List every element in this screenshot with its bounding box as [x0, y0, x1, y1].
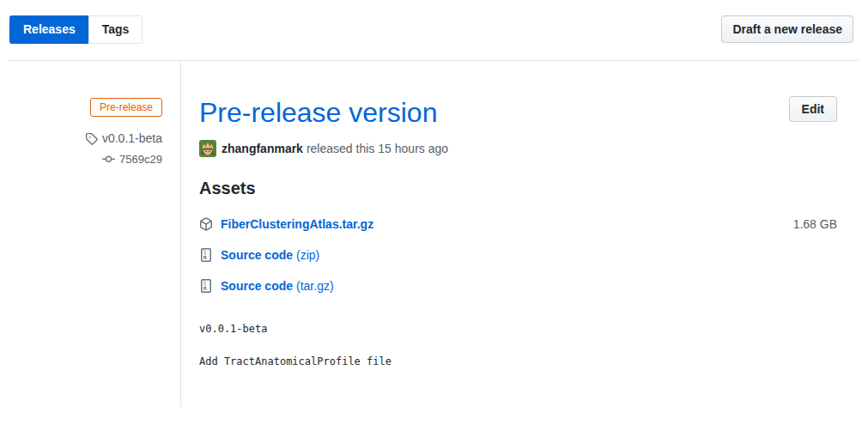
tab-releases[interactable]: Releases	[9, 15, 88, 44]
released-time: 15 hours ago	[378, 140, 448, 157]
tag-row: v0.0.1-beta	[0, 131, 162, 145]
tab-tags[interactable]: Tags	[88, 15, 143, 44]
commit-sha[interactable]: 7569c29	[119, 153, 162, 166]
asset-row: FiberClusteringAtlas.tar.gz 1.68 GB	[199, 209, 837, 240]
tag-name: v0.0.1-beta	[102, 131, 162, 145]
asset-link-source-zip[interactable]: Source code	[221, 248, 293, 262]
asset-link-source-targz[interactable]: Source code	[221, 279, 293, 293]
title-row: Pre-release version Edit	[199, 96, 837, 129]
asset-link-atlas[interactable]: FiberClusteringAtlas.tar.gz	[221, 217, 373, 231]
release-title: Pre-release version	[199, 96, 437, 129]
release-main: Pre-release version Edit zhangfanmark re…	[181, 61, 868, 407]
author-link[interactable]: zhangfanmark	[222, 140, 303, 157]
file-zip-icon	[199, 279, 213, 293]
draft-new-release-button[interactable]: Draft a new release	[721, 15, 853, 43]
file-zip-icon	[199, 248, 213, 262]
commit-icon	[102, 153, 115, 166]
release-meta: zhangfanmark released this 15 hours ago	[199, 140, 837, 157]
asset-size: 1.68 GB	[793, 217, 837, 231]
commit-row: 7569c29	[0, 153, 162, 166]
release-title-link[interactable]: Pre-release version	[199, 97, 437, 128]
avatar[interactable]	[199, 140, 216, 157]
package-icon	[199, 217, 213, 231]
release-body-line: Add TractAnatomicalProfile file	[199, 355, 837, 369]
release-content: Pre-release v0.0.1-beta 7569c29 Pre-rele…	[0, 61, 868, 407]
edit-button[interactable]: Edit	[789, 96, 837, 122]
releases-tags-switcher: Releases Tags	[9, 15, 143, 44]
prerelease-badge: Pre-release	[90, 98, 162, 117]
topbar: Releases Tags Draft a new release	[0, 0, 868, 44]
assets-list: FiberClusteringAtlas.tar.gz 1.68 GB Sour…	[199, 209, 837, 301]
released-text: released this	[307, 140, 374, 157]
release-body: v0.0.1-beta Add TractAnatomicalProfile f…	[199, 322, 837, 369]
asset-link-suffix[interactable]: (tar.gz)	[296, 279, 334, 293]
assets-heading: Assets	[199, 179, 837, 198]
release-sidebar: Pre-release v0.0.1-beta 7569c29	[0, 61, 181, 407]
asset-row: Source code (zip)	[199, 240, 837, 270]
tag-icon	[85, 132, 98, 145]
release-body-line: v0.0.1-beta	[199, 322, 837, 337]
asset-link-suffix[interactable]: (zip)	[296, 248, 319, 262]
asset-row: Source code (tar.gz)	[199, 270, 837, 301]
